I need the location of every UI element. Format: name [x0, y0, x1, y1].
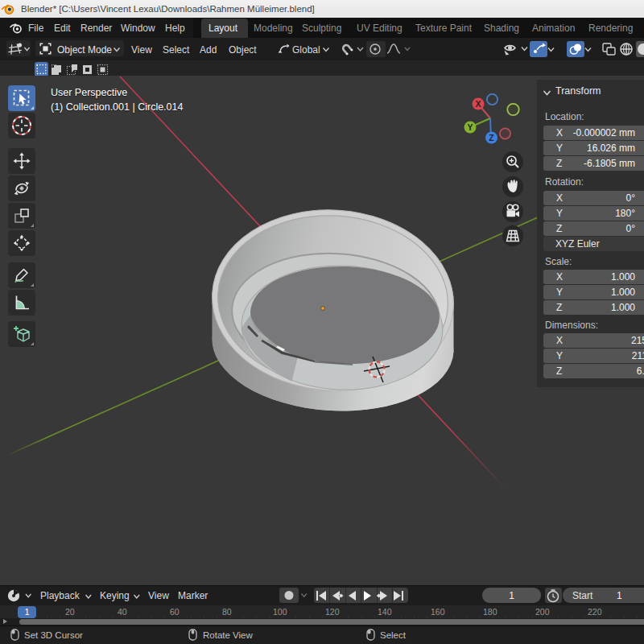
svg-text:Z: Z	[489, 133, 494, 142]
svg-text:Y: Y	[467, 122, 473, 132]
svg-text:X: X	[475, 99, 481, 109]
